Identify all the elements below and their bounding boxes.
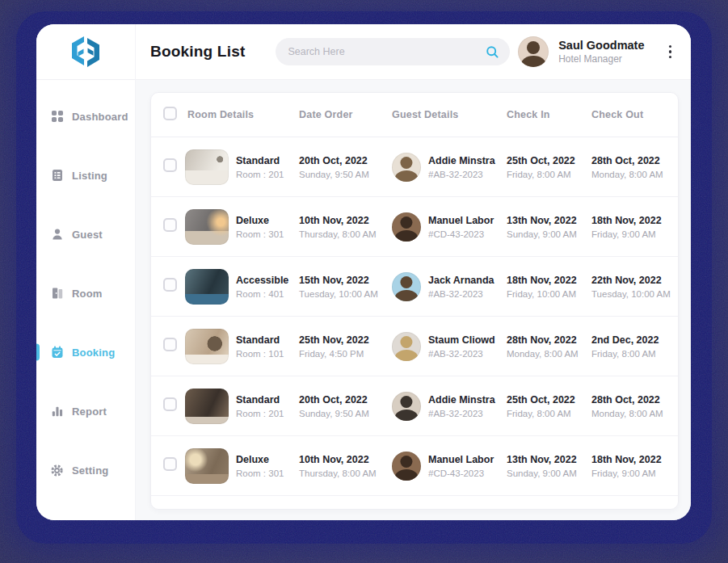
- kebab-menu-icon[interactable]: [666, 42, 675, 62]
- table-row[interactable]: AccessibleRoom : 401 15th Nov, 2022Tuesd…: [151, 257, 678, 317]
- room-number: Room : 301: [236, 229, 299, 239]
- top-bar: Booking List Saul Goodmate Hotel Manager: [136, 24, 691, 80]
- listing-icon: [50, 169, 64, 183]
- page-title: Booking List: [150, 43, 245, 61]
- room-number: Room : 401: [236, 289, 299, 299]
- room-door-icon: [50, 287, 64, 300]
- row-checkbox[interactable]: [163, 457, 177, 471]
- check-in-time: Monday, 8:00 AM: [507, 349, 591, 359]
- guest-id: #AB-32-2023: [428, 170, 507, 179]
- room-number: Room : 301: [236, 468, 299, 478]
- table-row[interactable]: DeluxeRoom : 301 10th Nov, 2022Thursday,…: [151, 197, 678, 257]
- order-date: 10th Nov, 2022: [299, 453, 392, 466]
- dashboard-grid-icon: [50, 110, 64, 124]
- row-checkbox[interactable]: [163, 278, 177, 292]
- check-in-time: Friday, 8:00 AM: [507, 409, 591, 418]
- order-date: 20th Oct, 2022: [299, 393, 392, 406]
- column-header-check-out[interactable]: Check Out: [591, 109, 678, 120]
- guest-avatar: [392, 153, 421, 182]
- guest-name: Manuel Labor: [428, 453, 507, 466]
- column-header-guest-details[interactable]: Guest Details: [392, 109, 507, 120]
- profile-area[interactable]: Saul Goodmate Hotel Manager: [518, 36, 680, 67]
- table-row[interactable]: DeluxeRoom : 301 10th Nov, 2022Thursday,…: [151, 436, 678, 496]
- table-header-row: Room Details Date Order Guest Details Ch…: [151, 93, 678, 137]
- main-column: Booking List Saul Goodmate Hotel Manager…: [136, 24, 691, 520]
- order-date: 15th Nov, 2022: [299, 274, 392, 287]
- column-header-date-order[interactable]: Date Order: [299, 109, 392, 120]
- column-header-room-details[interactable]: Room Details: [185, 109, 299, 120]
- row-checkbox[interactable]: [163, 397, 177, 411]
- check-in-date: 13th Nov, 2022: [507, 453, 591, 466]
- sidebar-item-setting[interactable]: Setting: [36, 454, 135, 486]
- room-type: Standard: [236, 154, 299, 167]
- check-out-time: Friday, 8:00 AM: [591, 349, 678, 359]
- sidebar-item-label: Room: [72, 288, 103, 300]
- check-out-time: Tuesday, 10:00 AM: [591, 289, 678, 299]
- column-header-check-in[interactable]: Check In: [507, 109, 591, 120]
- check-out-date: 28th Oct, 2022: [591, 393, 678, 406]
- guest-id: #AB-32-2023: [428, 349, 507, 359]
- room-type: Accessible: [236, 274, 299, 287]
- report-bars-icon: [50, 405, 64, 418]
- guest-name: Addie Minstra: [428, 393, 507, 406]
- check-out-date: 2nd Dec, 2022: [591, 334, 678, 347]
- order-time: Friday, 4:50 PM: [299, 349, 392, 359]
- guest-avatar: [392, 332, 421, 361]
- guest-avatar: [392, 392, 421, 421]
- row-checkbox[interactable]: [163, 338, 177, 351]
- room-photo: [185, 149, 229, 185]
- sidebar-item-listing[interactable]: Listing: [36, 159, 135, 191]
- order-time: Sunday, 9:50 AM: [299, 409, 392, 418]
- guest-avatar: [392, 272, 421, 301]
- order-time: Thursday, 8:00 AM: [299, 229, 392, 239]
- room-number: Room : 201: [236, 409, 299, 418]
- search-icon[interactable]: [486, 45, 499, 59]
- order-time: Thursday, 8:00 AM: [299, 468, 392, 478]
- guest-avatar: [392, 212, 421, 242]
- order-time: Sunday, 9:50 AM: [299, 170, 392, 179]
- sidebar-item-booking[interactable]: Booking: [36, 336, 135, 368]
- sidebar-item-report[interactable]: Report: [36, 395, 135, 427]
- sidebar: Dashboard Listing Guest Room: [36, 24, 136, 520]
- check-out-time: Friday, 9:00 AM: [591, 229, 678, 239]
- room-number: Room : 101: [236, 349, 299, 359]
- app-logo[interactable]: [36, 24, 135, 80]
- order-time: Tuesday, 10:00 AM: [299, 289, 392, 299]
- sidebar-item-guest[interactable]: Guest: [36, 218, 135, 250]
- table-row[interactable]: StandardRoom : 201 20th Oct, 2022Sunday,…: [151, 137, 678, 197]
- search-input[interactable]: [286, 45, 486, 58]
- room-type: Standard: [236, 334, 299, 347]
- active-item-indicator: [36, 344, 40, 361]
- search-bar[interactable]: [276, 38, 510, 65]
- settings-gear-icon: [50, 464, 64, 477]
- sidebar-item-dashboard[interactable]: Dashboard: [36, 100, 135, 132]
- check-in-time: Friday, 8:00 AM: [507, 170, 591, 179]
- check-out-date: 18th Nov, 2022: [591, 214, 678, 227]
- room-type: Deluxe: [236, 214, 299, 227]
- manager-avatar: [518, 36, 549, 67]
- booking-calendar-icon: [50, 346, 64, 359]
- check-in-time: Sunday, 9:00 AM: [507, 468, 591, 478]
- check-out-time: Monday, 8:00 AM: [591, 170, 678, 179]
- order-date: 10th Nov, 2022: [299, 214, 392, 227]
- guest-person-icon: [50, 228, 64, 242]
- booking-table: Room Details Date Order Guest Details Ch…: [150, 92, 679, 510]
- room-type: Standard: [236, 393, 299, 406]
- sidebar-item-label: Dashboard: [72, 111, 128, 123]
- guest-avatar: [392, 452, 421, 481]
- room-type: Deluxe: [236, 453, 299, 466]
- sidebar-item-room[interactable]: Room: [36, 277, 135, 309]
- select-all-checkbox[interactable]: [163, 107, 177, 120]
- sidebar-item-label: Guest: [72, 229, 103, 241]
- check-in-date: 25th Oct, 2022: [507, 154, 591, 167]
- sidebar-item-label: Listing: [72, 170, 107, 182]
- table-row[interactable]: StandardRoom : 101 25th Nov, 2022Friday,…: [151, 317, 678, 376]
- app-window: Dashboard Listing Guest Room: [36, 24, 691, 520]
- row-checkbox[interactable]: [163, 218, 177, 232]
- row-checkbox[interactable]: [163, 158, 177, 172]
- sidebar-nav: Dashboard Listing Guest Room: [36, 80, 135, 486]
- check-in-date: 25th Oct, 2022: [507, 393, 591, 406]
- profile-role: Hotel Manager: [558, 53, 644, 65]
- table-row[interactable]: StandardRoom : 201 20th Oct, 2022Sunday,…: [151, 376, 678, 436]
- room-photo: [185, 329, 229, 364]
